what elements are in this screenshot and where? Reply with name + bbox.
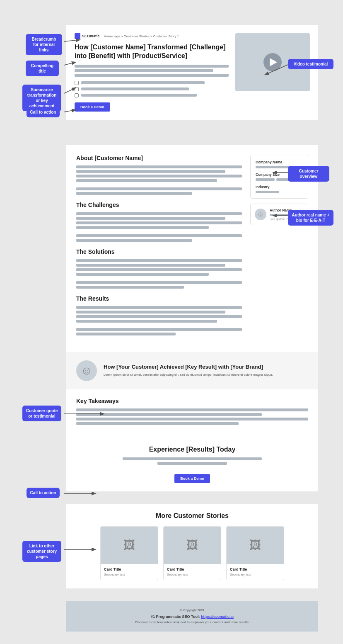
hero-section: SEOmatic Homepage > Customer Stories > C… — [66, 25, 318, 120]
ph-line — [76, 311, 225, 313]
ph-line — [76, 187, 242, 190]
ph-line — [76, 264, 225, 267]
ph-line — [76, 328, 242, 331]
testimonial-text: Lorem ipsum dolor sit amet, consectetur … — [104, 372, 273, 377]
card-secondary-1: Secondary text — [104, 573, 155, 576]
spacer — [76, 231, 242, 233]
card-body-2: Card Title Secondary text — [164, 564, 221, 580]
content-section: About [Customer Name] The Challenges — [66, 145, 318, 352]
logo-text: SEOmatic — [82, 34, 100, 38]
about-subsection: About [Customer Name] — [76, 155, 242, 195]
footer: © Copyright 2024 #1 Programmatic SEO Too… — [66, 601, 318, 632]
ph-line — [76, 286, 184, 289]
spacer — [0, 120, 343, 132]
cta-button[interactable]: Book a Demo — [174, 474, 210, 483]
story-card-2: 🖼 Card Title Secondary text — [163, 526, 221, 580]
results-lines — [76, 306, 242, 335]
check-item — [75, 93, 229, 97]
card-image-icon-3: 🖼 — [249, 538, 261, 552]
ph-line — [76, 315, 242, 318]
checklist — [75, 81, 229, 97]
cta-title: Experience [Results] Today — [76, 446, 308, 453]
footer-main-text: #1 Programmatic SEO Tool: — [151, 615, 201, 619]
industry-val — [256, 191, 303, 193]
spacer — [76, 184, 242, 186]
check-box — [75, 81, 79, 85]
testimonial-section: ☺ How [Your Customer] Achieved [Key Resu… — [66, 352, 318, 389]
ph-line — [76, 239, 192, 242]
check-item — [75, 81, 229, 85]
spacer — [76, 469, 308, 474]
ph-line — [256, 191, 279, 193]
footer-main: #1 Programmatic SEO Tool: https://seomat… — [76, 615, 308, 619]
ph-line — [76, 281, 242, 284]
card-body-1: Card Title Secondary text — [101, 564, 158, 580]
card-secondary-3: Secondary text — [230, 573, 280, 576]
footer-sub: Discover more templates designed to empo… — [76, 620, 308, 624]
ph-line — [76, 408, 308, 411]
play-icon — [263, 53, 282, 71]
ph-line — [76, 165, 242, 168]
spacer — [76, 324, 242, 326]
takeaways-lines — [76, 408, 308, 425]
takeaways-heading: Key Takeaways — [76, 398, 308, 404]
check-item — [75, 87, 229, 91]
testimonial-avatar: ☺ — [76, 360, 97, 381]
about-heading: About [Customer Name] — [76, 155, 242, 161]
ph-line — [76, 418, 308, 420]
play-triangle — [270, 58, 277, 66]
hero-cta-button[interactable]: Book a Demo — [75, 102, 110, 112]
card-image-3: 🖼 — [227, 527, 284, 564]
ph-line — [75, 74, 229, 77]
solutions-lines — [76, 259, 242, 289]
ph-line — [76, 259, 242, 262]
more-stories-title: More Customer Stories — [76, 512, 308, 520]
ph-line — [81, 94, 197, 97]
check-box — [75, 87, 79, 91]
card-title-1: Card Title — [104, 567, 155, 571]
ph-line — [76, 212, 242, 215]
story-card-1: 🖼 Card Title Secondary text — [100, 526, 158, 580]
ph-line — [76, 320, 217, 323]
author-avatar: ☺ — [255, 209, 266, 220]
solutions-subsection: The Solutions — [76, 248, 242, 289]
solutions-heading: The Solutions — [76, 248, 242, 255]
annotation-video: Video testimonial — [288, 59, 333, 69]
cta-section: Experience [Results] Today Book a Demo — [66, 437, 318, 491]
breadcrumb-path: Homepage > Customer Stories > Customer S… — [104, 34, 179, 38]
ph-line — [76, 306, 242, 309]
more-stories-section: More Customer Stories 🖼 Card Title Secon… — [66, 504, 318, 588]
annotation-link-other: Link to other customer story pages — [22, 541, 61, 562]
content-sidebar: Company Name Company Size Industry — [250, 155, 308, 342]
annotation-compelling-title: Compelling title — [26, 61, 59, 76]
annotation-cta1: Call to action — [27, 107, 60, 117]
hero-placeholder-lines — [75, 65, 229, 77]
card-image-icon-2: 🖼 — [186, 538, 198, 552]
card-title-3: Card Title — [230, 567, 280, 571]
card-image-icon-1: 🖼 — [123, 538, 135, 552]
annotation-breadcrumb: Breadcrumb for internal links — [26, 34, 62, 55]
check-box — [75, 93, 79, 97]
ph-line — [123, 457, 262, 460]
cards-row: 🖼 Card Title Secondary text 🖼 Card Title… — [76, 526, 308, 580]
ph-line — [76, 234, 242, 237]
challenges-lines — [76, 212, 242, 242]
card-title-2: Card Title — [167, 567, 217, 571]
ph-line — [76, 422, 239, 425]
ph-line — [76, 273, 209, 276]
ph-line — [81, 81, 205, 84]
content-main: About [Customer Name] The Challenges — [76, 155, 242, 342]
annotation-cta2: Call to action — [27, 488, 60, 498]
takeaways-section: Key Takeaways — [66, 389, 318, 437]
annotation-customer-quote: Customer quote or testimonial — [22, 406, 61, 421]
challenges-heading: The Challenges — [76, 202, 242, 208]
industry-label: Industry — [256, 185, 303, 189]
spacer — [76, 277, 242, 279]
card-image-1: 🖼 — [101, 527, 158, 564]
testimonial-title: How [Your Customer] Achieved [Key Result… — [104, 364, 273, 370]
card-image-2: 🖼 — [164, 527, 221, 564]
ph-line — [76, 175, 242, 177]
footer-link[interactable]: https://seomatic.ai — [201, 615, 234, 619]
card-secondary-2: Secondary text — [167, 573, 217, 576]
seomatic-logo: SEOmatic — [75, 33, 100, 39]
